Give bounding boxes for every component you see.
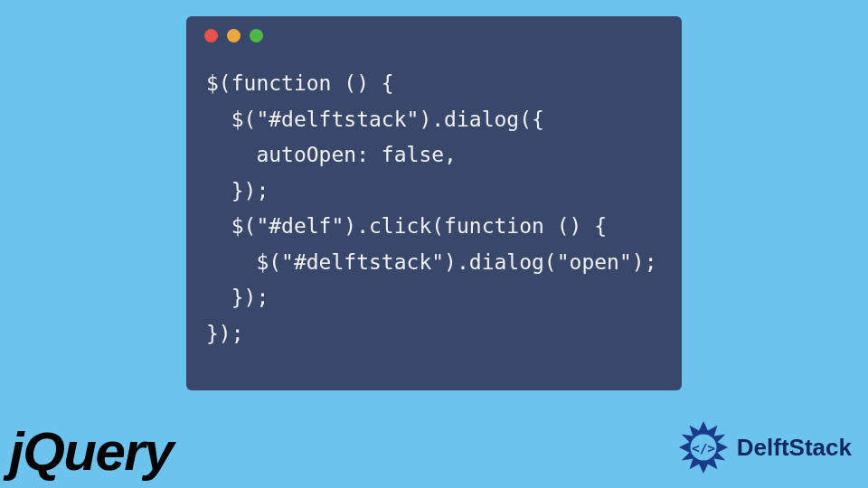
code-line: }); (206, 179, 269, 202)
minimize-icon (227, 29, 241, 42)
code-line: }); (206, 322, 244, 345)
code-window: $(function () { $("#delftstack").dialog(… (186, 16, 682, 390)
delftstack-logo: </> DelftStack (675, 419, 852, 475)
code-line: autoOpen: false, (206, 143, 457, 166)
jquery-logo-text: jQuery (9, 421, 173, 482)
flower-icon: </> (675, 419, 731, 475)
code-block: $(function () { $("#delftstack").dialog(… (186, 50, 682, 352)
delftstack-logo-text: DelftStack (737, 434, 852, 462)
svg-text:</>: </> (692, 441, 715, 455)
code-line: }); (206, 286, 269, 309)
code-line: $("#delftstack").dialog("open"); (206, 250, 657, 274)
jquery-logo: jQuery (9, 425, 173, 479)
window-controls (186, 29, 682, 50)
code-line: $("#delf").click(function () { (206, 214, 607, 238)
maximize-icon (250, 29, 263, 42)
code-line: $(function () { (206, 71, 394, 95)
code-line: $("#delftstack").dialog({ (206, 108, 544, 131)
close-icon (204, 29, 218, 42)
